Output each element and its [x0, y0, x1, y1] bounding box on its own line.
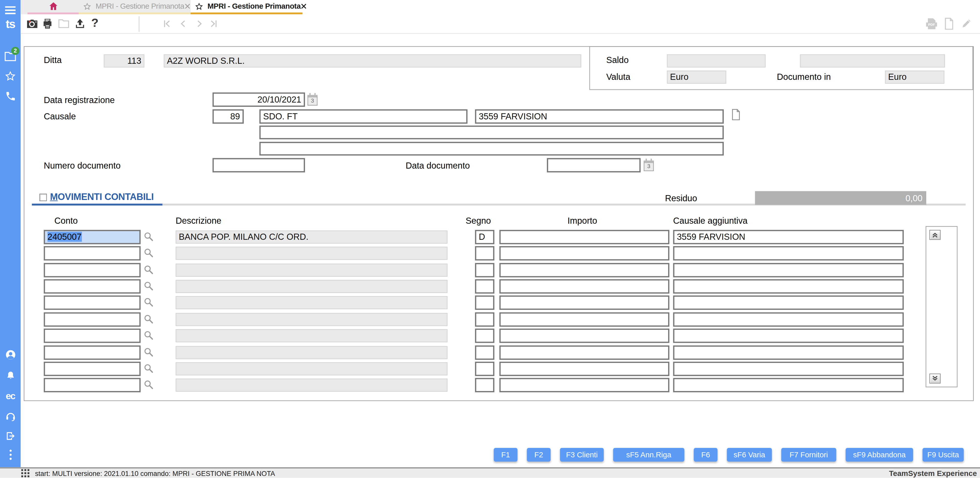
search-icon[interactable]	[143, 231, 154, 242]
conto-input[interactable]	[44, 361, 141, 376]
fkey-button-f6[interactable]: F6	[694, 448, 718, 462]
importo-input[interactable]	[500, 312, 670, 327]
selected-text: 2405007	[48, 232, 82, 242]
movimenti-row	[0, 329, 980, 344]
descrizione-field	[176, 247, 447, 260]
scroll-down-button[interactable]	[929, 373, 941, 383]
causale-aggiuntiva-input[interactable]	[673, 295, 904, 310]
movimenti-row: 2405007BANCA POP. MILANO C/C ORD.D3559 F…	[0, 230, 980, 245]
importo-input[interactable]	[500, 279, 670, 294]
descrizione-field: BANCA POP. MILANO C/C ORD.	[176, 230, 447, 244]
descrizione-field	[176, 329, 447, 342]
causale-aggiuntiva-input[interactable]	[673, 378, 904, 392]
descrizione-field	[176, 346, 447, 359]
conto-input[interactable]	[44, 345, 141, 359]
causale-aggiuntiva-input[interactable]	[673, 361, 904, 376]
search-icon[interactable]	[143, 363, 154, 374]
fkey-button-f9-uscita[interactable]: F9 Uscita	[923, 448, 964, 462]
status-text: start: MULTI versione: 2021.01.10 comand…	[35, 469, 275, 477]
app-window: ts 2 ec	[0, 0, 980, 478]
search-icon[interactable]	[143, 248, 154, 259]
search-icon[interactable]	[143, 264, 154, 275]
importo-input[interactable]	[500, 378, 670, 392]
brand-label: TeamSystem Experience	[889, 469, 977, 478]
segno-input[interactable]	[475, 378, 494, 392]
segno-input[interactable]	[475, 263, 494, 277]
causale-aggiuntiva-input[interactable]	[673, 329, 904, 343]
conto-input[interactable]	[44, 378, 141, 392]
search-icon[interactable]	[143, 297, 154, 308]
conto-input[interactable]	[44, 329, 141, 343]
search-icon[interactable]	[143, 313, 154, 325]
movimenti-row	[0, 246, 980, 262]
segno-input[interactable]	[475, 312, 494, 327]
segno-input[interactable]	[475, 345, 494, 359]
movimenti-row	[0, 378, 980, 393]
movimenti-row	[0, 312, 980, 327]
descrizione-field	[176, 313, 447, 326]
descrizione-field	[176, 378, 447, 392]
fkey-button-sf6-varia[interactable]: sF6 Varia	[727, 448, 772, 462]
conto-input[interactable]	[44, 246, 141, 261]
causale-aggiuntiva-input[interactable]	[673, 263, 904, 277]
conto-input[interactable]	[44, 295, 141, 310]
movimenti-row	[0, 263, 980, 278]
movimenti-row	[0, 279, 980, 294]
causale-aggiuntiva-input[interactable]	[673, 279, 904, 294]
search-icon[interactable]	[143, 346, 154, 357]
importo-input[interactable]	[500, 263, 670, 277]
fkey-button-f2[interactable]: F2	[527, 448, 550, 462]
conto-input[interactable]	[44, 279, 141, 294]
conto-input[interactable]	[44, 312, 141, 327]
fkey-button-f7-fornitori[interactable]: F7 Fornitori	[781, 448, 836, 462]
descrizione-field	[176, 296, 447, 310]
segno-input[interactable]	[475, 329, 494, 343]
search-icon[interactable]	[143, 330, 154, 341]
descrizione-field	[176, 362, 447, 375]
conto-input[interactable]	[44, 263, 141, 277]
app-grid-icon[interactable]	[21, 469, 29, 477]
importo-input[interactable]	[500, 345, 670, 359]
movimenti-row	[0, 361, 980, 376]
status-bar: start: MULTI versione: 2021.01.10 comand…	[0, 467, 980, 478]
causale-aggiuntiva-input[interactable]	[673, 345, 904, 359]
function-key-bar: F1F2F3 ClientisF5 Ann.RigaF6sF6 VariaF7 …	[494, 448, 964, 462]
segno-input[interactable]	[475, 295, 494, 310]
importo-input[interactable]	[500, 230, 670, 244]
scroll-up-button[interactable]	[929, 230, 941, 240]
fkey-button-sf5-ann-riga[interactable]: sF5 Ann.Riga	[613, 448, 684, 462]
fkey-button-f3-clienti[interactable]: F3 Clienti	[560, 448, 604, 462]
fkey-button-sf9-abbandona[interactable]: sF9 Abbandona	[845, 448, 913, 462]
fkey-button-f1[interactable]: F1	[494, 448, 517, 462]
movimenti-row	[0, 295, 980, 311]
segno-input[interactable]	[475, 246, 494, 261]
search-icon[interactable]	[143, 379, 154, 391]
segno-input[interactable]	[475, 279, 494, 294]
causale-aggiuntiva-input[interactable]: 3559 FARVISION	[673, 230, 904, 244]
movimenti-rows: 2405007BANCA POP. MILANO C/C ORD.D3559 F…	[0, 0, 980, 478]
search-icon[interactable]	[143, 281, 154, 292]
conto-input[interactable]: 2405007	[44, 230, 141, 244]
descrizione-field	[176, 264, 447, 276]
causale-aggiuntiva-input[interactable]	[673, 246, 904, 261]
segno-input[interactable]	[475, 361, 494, 376]
importo-input[interactable]	[500, 329, 670, 343]
rows-scrollbar	[926, 226, 958, 387]
importo-input[interactable]	[500, 246, 670, 261]
movimenti-row	[0, 345, 980, 360]
causale-aggiuntiva-input[interactable]	[673, 312, 904, 327]
importo-input[interactable]	[500, 361, 670, 376]
descrizione-field	[176, 280, 447, 293]
segno-input[interactable]: D	[475, 230, 494, 244]
importo-input[interactable]	[500, 295, 670, 310]
